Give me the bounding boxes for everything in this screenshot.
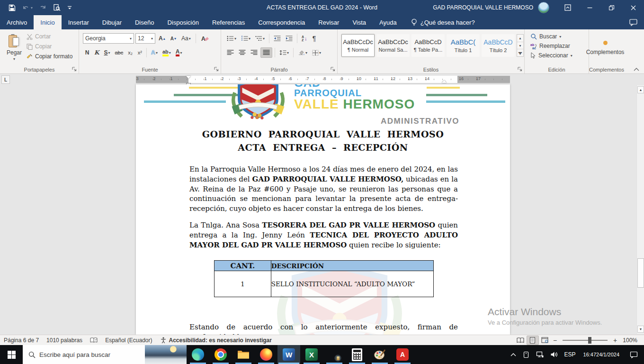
tab-dibujar[interactable]: Dibujar bbox=[96, 15, 128, 29]
change-case-button[interactable]: Aa▾ bbox=[179, 33, 193, 44]
read-mode-view-icon[interactable] bbox=[514, 336, 527, 345]
tab-archivo[interactable]: Archivo bbox=[0, 15, 34, 29]
select-button[interactable]: Seleccionar▾ bbox=[530, 52, 572, 59]
font-family-select[interactable]: Georgia ▾ bbox=[83, 33, 134, 44]
undo-icon[interactable]: ▾ bbox=[22, 4, 33, 11]
account-avatar[interactable] bbox=[538, 2, 549, 13]
font-color-button[interactable]: A▾ bbox=[174, 47, 184, 58]
page-number-status[interactable]: Página 6 de 7 bbox=[0, 335, 43, 345]
tab-ayuda[interactable]: Ayuda bbox=[373, 15, 403, 29]
document-page[interactable]: GAD PARROQUIAL VALLE HERMOSO ADMINISTRAT… bbox=[136, 84, 510, 335]
comments-icon[interactable] bbox=[629, 19, 637, 26]
justify-button[interactable] bbox=[260, 47, 272, 58]
taskbar-search[interactable] bbox=[23, 345, 145, 364]
tab-stop-selector[interactable]: L bbox=[1, 75, 10, 84]
scroll-down-icon[interactable]: ▼ bbox=[637, 326, 644, 333]
cut-button[interactable]: Cortar bbox=[27, 33, 72, 40]
grow-font-button[interactable]: A▴ bbox=[157, 33, 167, 44]
print-layout-view-icon[interactable] bbox=[527, 336, 539, 345]
print-preview-icon[interactable] bbox=[53, 4, 61, 11]
taskbar-search-input[interactable] bbox=[39, 351, 129, 358]
clear-formatting-button[interactable]: A bbox=[199, 33, 211, 44]
tray-expand-icon[interactable] bbox=[507, 345, 519, 364]
volume-icon[interactable] bbox=[547, 345, 561, 364]
subscript-button[interactable]: x₂ bbox=[126, 47, 134, 58]
news-interests-widget[interactable] bbox=[145, 345, 187, 364]
format-painter-button[interactable]: Copiar formato bbox=[27, 53, 72, 60]
ribbon-display-options-icon[interactable] bbox=[557, 0, 579, 15]
complementos-button[interactable]: Complementos bbox=[591, 32, 619, 64]
tab-vista[interactable]: Vista bbox=[346, 15, 373, 29]
parrafo-dialog-launcher-icon[interactable] bbox=[330, 66, 336, 72]
increase-indent-button[interactable] bbox=[284, 33, 295, 44]
bold-button[interactable]: N bbox=[83, 47, 91, 58]
style-normal[interactable]: AaBbCcDc ¶ Normal bbox=[341, 34, 375, 57]
close-button[interactable] bbox=[622, 0, 644, 15]
minimize-button[interactable] bbox=[579, 0, 600, 15]
paste-dropdown-arrow[interactable]: ▾ bbox=[13, 57, 15, 61]
line-spacing-button[interactable]: ▾ bbox=[277, 47, 291, 58]
undo-dropdown-arrow[interactable]: ▾ bbox=[31, 6, 33, 10]
tab-revisar[interactable]: Revisar bbox=[312, 15, 346, 29]
scroll-up-icon[interactable]: ▲ bbox=[637, 86, 644, 93]
portapapeles-dialog-launcher-icon[interactable] bbox=[72, 66, 77, 72]
shading-button[interactable]: ▾ bbox=[296, 47, 309, 58]
style-titulo-2[interactable]: AaBbCcD Título 2 bbox=[482, 34, 515, 57]
restore-button[interactable] bbox=[600, 0, 622, 15]
taskbar-app-word[interactable]: W bbox=[277, 345, 300, 364]
taskbar-app-edge[interactable] bbox=[187, 345, 209, 364]
tab-diseno[interactable]: Diseño bbox=[128, 15, 161, 29]
right-indent-marker[interactable] bbox=[442, 80, 447, 83]
styles-gallery-more-icon[interactable]: ▬▼ bbox=[517, 49, 523, 56]
taskbar-app-paint[interactable] bbox=[368, 345, 391, 364]
show-paragraph-marks-button[interactable]: ¶ bbox=[310, 33, 319, 44]
zoom-slider[interactable] bbox=[563, 340, 608, 341]
collapse-ribbon-icon[interactable] bbox=[634, 67, 639, 71]
save-icon[interactable] bbox=[9, 4, 16, 11]
paste-button[interactable]: Pegar ▾ bbox=[4, 32, 25, 66]
network-icon[interactable] bbox=[533, 345, 547, 364]
tab-disposicion[interactable]: Disposición bbox=[161, 15, 205, 29]
style-normal-sa[interactable]: AaBbCcDc Normal Sa... bbox=[376, 34, 410, 57]
language-status[interactable]: Español (Ecuador) bbox=[101, 335, 156, 345]
web-layout-view-icon[interactable] bbox=[539, 336, 551, 345]
action-center-icon[interactable] bbox=[624, 345, 644, 364]
tab-referencias[interactable]: Referencias bbox=[206, 15, 251, 29]
underline-button[interactable]: S▾ bbox=[102, 47, 112, 58]
taskbar-app-acrobat[interactable]: A bbox=[391, 345, 414, 364]
zoom-slider-handle[interactable] bbox=[588, 337, 591, 344]
styles-scroll-down-icon[interactable]: ▼ bbox=[517, 42, 523, 50]
fuente-dialog-launcher-icon[interactable] bbox=[214, 66, 219, 72]
zoom-out-button[interactable]: − bbox=[551, 337, 559, 344]
accessibility-status[interactable]: Accesibilidad: es necesario investigar bbox=[156, 335, 276, 345]
account-name[interactable]: GAD PARROQUIAL VALLE HERMOSO bbox=[433, 4, 533, 11]
styles-scroll-up-icon[interactable]: ▲ bbox=[517, 35, 523, 42]
tray-clock[interactable]: 16:47 24/1/2024 bbox=[579, 345, 624, 364]
redo-icon[interactable] bbox=[39, 4, 46, 11]
sort-button[interactable]: AZ ↓ bbox=[300, 33, 309, 44]
numbering-button[interactable]: ▾ bbox=[239, 33, 252, 44]
align-center-button[interactable] bbox=[237, 47, 248, 58]
align-left-button[interactable] bbox=[225, 47, 236, 58]
first-line-indent-marker[interactable] bbox=[186, 76, 191, 79]
taskbar-app-chrome-profile[interactable] bbox=[323, 345, 346, 364]
taskbar-app-excel[interactable]: X bbox=[300, 345, 323, 364]
zoom-level[interactable]: 100% bbox=[619, 335, 644, 345]
proofing-status[interactable] bbox=[86, 335, 101, 345]
italic-button[interactable]: K bbox=[92, 47, 101, 58]
bullets-button[interactable]: ▾ bbox=[225, 33, 238, 44]
style-table-pa[interactable]: AaBbCcD ¶ Table Pa... bbox=[411, 34, 445, 57]
tab-correspondencia[interactable]: Correspondencia bbox=[251, 15, 312, 29]
taskbar-app-calculator[interactable] bbox=[346, 345, 368, 364]
tray-language[interactable]: ESP bbox=[561, 345, 579, 364]
tab-inicio[interactable]: Inicio bbox=[34, 15, 61, 29]
highlight-color-button[interactable]: ab▾ bbox=[161, 47, 173, 58]
scrollbar-thumb[interactable] bbox=[637, 258, 644, 288]
tab-insertar[interactable]: Insertar bbox=[62, 15, 96, 29]
customize-qat-icon[interactable] bbox=[67, 5, 72, 10]
word-count-status[interactable]: 1010 palabras bbox=[43, 335, 86, 345]
strikethrough-button[interactable]: abc bbox=[113, 47, 125, 58]
font-size-select[interactable]: 12 ▾ bbox=[135, 33, 155, 44]
text-effects-button[interactable]: A▾ bbox=[149, 47, 160, 58]
decrease-indent-button[interactable] bbox=[272, 33, 283, 44]
